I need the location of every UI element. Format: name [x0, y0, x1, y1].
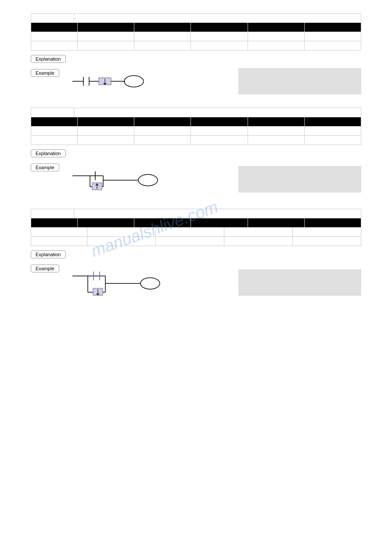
- data3-cell-1-5: [293, 228, 361, 236]
- data3-cell-1-1: [31, 228, 87, 236]
- top-cell-2-1: [31, 108, 74, 117]
- data2-cell-1-2: [78, 127, 134, 135]
- header3-cell-5: [248, 218, 305, 227]
- table-1-top-row: [31, 14, 361, 23]
- diagram-svg-area-3: [68, 264, 361, 301]
- data-cell-2-4: [191, 41, 248, 50]
- svg-point-31: [140, 278, 160, 289]
- explanation-row-3: Explanation: [31, 250, 361, 261]
- header2-cell-2: [78, 117, 134, 126]
- table-3-data-row-1: [31, 228, 361, 237]
- example-button-3[interactable]: Example: [31, 265, 59, 272]
- table-1-data-row-2: [31, 41, 361, 50]
- table-2-data-row-1: [31, 127, 361, 136]
- example-area-2: Example: [31, 163, 361, 196]
- data3-cell-1-3: [156, 228, 224, 236]
- data-cell-1-6: [305, 32, 361, 41]
- data2-cell-2-2: [78, 136, 134, 145]
- header3-cell-1: [31, 218, 78, 227]
- top-cell-1: [31, 14, 74, 22]
- diagram-3: [68, 264, 182, 301]
- header3-cell-3: [134, 218, 191, 227]
- data3-cell-1-2: [87, 228, 156, 236]
- gray-box-1: [238, 68, 361, 94]
- header-cell-6: [305, 23, 361, 32]
- table-3-top-row: [31, 209, 361, 218]
- table-1-header-row: [31, 23, 361, 32]
- diagram-2: [68, 163, 182, 196]
- data3-cell-2-4: [224, 237, 293, 246]
- table-2-header-row: [31, 117, 361, 127]
- explanation-button-1[interactable]: Explanation: [31, 55, 66, 63]
- diagram-svg-area-2: [68, 163, 361, 196]
- table-2-top-row: [31, 108, 361, 117]
- data2-cell-2-1: [31, 136, 78, 145]
- example-area-3: Example: [31, 264, 361, 301]
- table-2-data-row-2: [31, 136, 361, 145]
- header-cell: [31, 23, 78, 32]
- header-cell-2: [78, 23, 134, 32]
- data-cell-2-3: [134, 41, 191, 50]
- explanation-button-3[interactable]: Explanation: [31, 250, 66, 258]
- top-cell-2-2: [74, 108, 361, 117]
- table-1: [31, 13, 361, 51]
- table-2: [31, 108, 361, 145]
- top-cell-3-2: [74, 209, 361, 218]
- section-3: Explanation Example: [31, 209, 361, 301]
- data-cell-2-6: [305, 41, 361, 50]
- explanation-row-1: Explanation: [31, 55, 361, 65]
- data-cell-2-2: [78, 41, 134, 50]
- data2-cell-1-5: [248, 127, 305, 135]
- table-1-data-row-1: [31, 32, 361, 41]
- svg-point-8: [124, 76, 144, 87]
- diagram-svg-area-1: [68, 68, 361, 94]
- data-cell-2-5: [248, 41, 305, 50]
- header2-cell-4: [191, 117, 248, 126]
- section-2: Explanation Example: [31, 108, 361, 196]
- data-cell-2-1: [31, 41, 78, 50]
- header2-cell-5: [248, 117, 305, 126]
- top-cell-3-1: [31, 209, 74, 218]
- gray-box-2: [238, 166, 361, 192]
- data2-cell-2-3: [134, 136, 191, 145]
- diagram-1: [68, 68, 165, 94]
- data-cell-1-4: [191, 32, 248, 41]
- example-area-1: Example: [31, 68, 361, 94]
- data2-cell-1-6: [305, 127, 361, 135]
- header3-cell-6: [305, 218, 361, 227]
- data2-cell-1-3: [134, 127, 191, 135]
- header2-cell-6: [305, 117, 361, 126]
- table-3-data-row-2: [31, 237, 361, 246]
- data-cell-1-3: [134, 32, 191, 41]
- data3-cell-2-3: [156, 237, 224, 246]
- header-cell-5: [248, 23, 305, 32]
- data3-cell-1-4: [224, 228, 293, 236]
- header-cell-3: [134, 23, 191, 32]
- data2-cell-2-5: [248, 136, 305, 145]
- data2-cell-2-6: [305, 136, 361, 145]
- header-cell-4: [191, 23, 248, 32]
- example-button-1[interactable]: Example: [31, 69, 59, 77]
- explanation-button-2[interactable]: Explanation: [31, 149, 66, 157]
- section-1: Explanation Example: [31, 13, 361, 94]
- header3-cell-2: [78, 218, 134, 227]
- data3-cell-2-5: [293, 237, 361, 246]
- page: Explanation Example: [0, 0, 392, 327]
- table-3: [31, 209, 361, 246]
- table-3-header-row: [31, 218, 361, 228]
- explanation-row-2: Explanation: [31, 149, 361, 160]
- top-cell-2: [74, 14, 361, 22]
- header2-cell-3: [134, 117, 191, 126]
- header2-cell-1: [31, 117, 78, 126]
- data-cell-1-5: [248, 32, 305, 41]
- data2-cell-1-4: [191, 127, 248, 135]
- data3-cell-2-1: [31, 237, 87, 246]
- gray-box-3: [238, 269, 361, 296]
- data-cell-1-2: [78, 32, 134, 41]
- header3-cell-4: [191, 218, 248, 227]
- example-button-2[interactable]: Example: [31, 163, 59, 171]
- svg-point-19: [138, 174, 158, 186]
- data3-cell-2-2: [87, 237, 156, 246]
- data-cell-1-1: [31, 32, 78, 41]
- data2-cell-1-1: [31, 127, 78, 135]
